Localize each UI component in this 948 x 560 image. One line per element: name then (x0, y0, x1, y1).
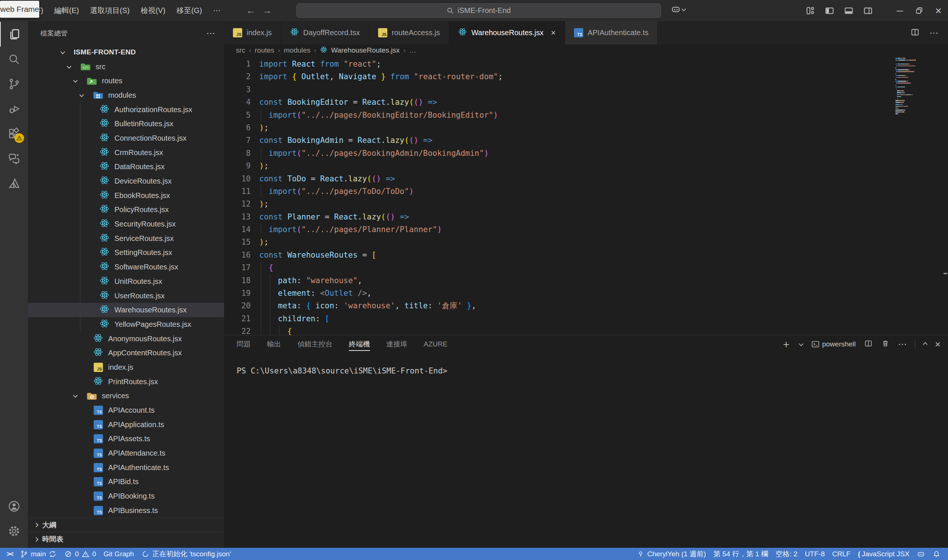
code-line-13[interactable]: 13const Planner = React.lazy(() => (224, 211, 948, 223)
status-item-main[interactable]: main (16, 548, 60, 560)
accounts-icon[interactable] (0, 494, 28, 518)
settings-gear-icon[interactable] (0, 518, 28, 543)
code-line-17[interactable]: 17 { (224, 261, 948, 274)
terminal[interactable]: PS C:\Users\a8348\source\iSME\iSME-Front… (224, 353, 948, 375)
tree-file-APIAttendance.ts[interactable]: TSAPIAttendance.ts (28, 446, 224, 460)
tree-file-WarehouseRoutes.jsx[interactable]: WarehouseRoutes.jsx (28, 303, 224, 317)
status-item-UTF-8[interactable]: UTF-8 (801, 548, 828, 560)
tree-file-AuthorizationRoutes.jsx[interactable]: AuthorizationRoutes.jsx (28, 103, 224, 117)
copilot-menu[interactable] (671, 5, 686, 14)
menu-item[interactable]: 移至(G) (171, 0, 208, 21)
tree-file-ServiceRoutes.jsx[interactable]: ServiceRoutes.jsx (28, 231, 224, 246)
azure-icon[interactable] (0, 171, 28, 195)
panel-tab-輸出[interactable]: 輸出 (267, 335, 281, 353)
panel-tab-終端機[interactable]: 終端機 (349, 335, 370, 353)
tree-file-CrmRoutes.jsx[interactable]: CrmRoutes.jsx (28, 145, 224, 160)
tree-file-UserRoutes.jsx[interactable]: UserRoutes.jsx (28, 289, 224, 303)
code-line-19[interactable]: 19 element: <Outlet />, (224, 287, 948, 299)
run-debug-icon[interactable] (0, 96, 28, 121)
tree-file-PrintRoutes.jsx[interactable]: PrintRoutes.jsx (28, 375, 224, 389)
code-line-21[interactable]: 21 children: [ (224, 312, 948, 325)
terminal-profile-chevron-icon[interactable] (799, 341, 803, 346)
explorer-icon[interactable] (0, 22, 28, 47)
code-line-9[interactable]: 9); (224, 160, 948, 172)
tree-file-EbookRoutes.jsx[interactable]: EbookRoutes.jsx (28, 188, 224, 203)
status-item-CRLF[interactable]: CRLF (828, 548, 854, 560)
tree-file-APIBooking.ts[interactable]: TSAPIBooking.ts (28, 489, 224, 503)
tree-file-APIBid.ts[interactable]: TSAPIBid.ts (28, 475, 224, 489)
tree-folder-services[interactable]: services (28, 389, 224, 403)
tree-file-index.js[interactable]: JSindex.js (28, 360, 224, 375)
code-line-15[interactable]: 15); (224, 236, 948, 248)
toggle-secondary-sidebar-icon[interactable] (859, 0, 878, 21)
restore-button[interactable] (909, 0, 929, 21)
tree-folder-ISME-FRONT-END[interactable]: ISME-FRONT-END (28, 45, 224, 60)
split-editor-icon[interactable] (910, 28, 920, 38)
status-item-第 54 行，第 1 欄[interactable]: 第 54 行，第 1 欄 (709, 548, 772, 560)
code-line-2[interactable]: 2import { Outlet, Navigate } from "react… (224, 70, 948, 83)
status-item-正在初始化 'tsconfig.json'[interactable]: 正在初始化 'tsconfig.json' (138, 548, 235, 560)
status-item-CherylYeh (1 週前)[interactable]: CherylYeh (1 週前) (633, 548, 710, 560)
code-line-10[interactable]: 10const ToDo = React.lazy(() => (224, 172, 948, 185)
tree-file-ConnectionRoutes.jsx[interactable]: ConnectionRoutes.jsx (28, 131, 224, 145)
source-control-icon[interactable] (0, 71, 28, 96)
code-line-3[interactable]: 3 (224, 83, 948, 96)
minimap[interactable] (896, 58, 925, 115)
sidebar-section-大綱[interactable]: 大綱 (28, 518, 224, 532)
panel-tab-AZURE[interactable]: AZURE (424, 335, 447, 353)
breadcrumb-item[interactable]: src (236, 46, 245, 54)
nav-forward-icon[interactable]: → (261, 5, 273, 16)
tree-file-UnitRoutes.jsx[interactable]: UnitRoutes.jsx (28, 274, 224, 289)
panel-tab-連接埠[interactable]: 連接埠 (386, 335, 407, 353)
tree-file-APIBusiness.ts[interactable]: TSAPIBusiness.ts (28, 503, 224, 518)
status-item-bell[interactable] (929, 548, 944, 560)
tree-file-BulletinRoutes.jsx[interactable]: BulletinRoutes.jsx (28, 117, 224, 131)
tab-close-icon[interactable]: × (551, 28, 556, 38)
status-item-copilot[interactable] (913, 548, 929, 560)
chat-icon[interactable] (0, 146, 28, 171)
code-line-1[interactable]: 1import React from "react"; (224, 58, 948, 70)
menu-item[interactable]: ⋯ (207, 0, 226, 21)
tree-file-SettingRoutes.jsx[interactable]: SettingRoutes.jsx (28, 246, 224, 260)
toggle-sidebar-icon[interactable] (820, 0, 839, 21)
code-line-22[interactable]: 22 { (224, 325, 948, 335)
more-actions-icon[interactable]: ⋯ (930, 28, 938, 38)
explorer-more-actions-icon[interactable]: ⋯ (206, 28, 215, 38)
tab-index.js[interactable]: JSindex.js (224, 21, 281, 45)
tab-routeAccess.js[interactable]: JSrouteAccess.js (369, 21, 449, 45)
breadcrumb[interactable]: src›routes›modules›WarehouseRoutes.jsx›… (224, 45, 948, 56)
code-line-8[interactable]: 8 import("../../pages/BookingAdmin/Booki… (224, 147, 948, 160)
tree-file-DataRoutes.jsx[interactable]: DataRoutes.jsx (28, 160, 224, 174)
code-line-5[interactable]: 5 import("../../pages/BookingEditor/Book… (224, 109, 948, 122)
code-editor[interactable]: 1import React from "react";2import { Out… (224, 56, 948, 335)
code-line-11[interactable]: 11 import("../../pages/ToDo/ToDo") (224, 185, 948, 198)
breadcrumb-item[interactable]: routes (255, 46, 274, 54)
breadcrumb-file[interactable]: WarehouseRoutes.jsx (331, 46, 399, 54)
kill-terminal-icon[interactable] (881, 339, 890, 349)
command-center-search[interactable]: iSME-Front-End (296, 3, 661, 18)
tree-file-AnonymousRoutes.jsx[interactable]: AnonymousRoutes.jsx (28, 332, 224, 346)
terminal-shell-item[interactable]: powershell (811, 340, 856, 349)
tab-DayoffRecord.tsx[interactable]: DayoffRecord.tsx (281, 21, 369, 45)
panel-tab-問題[interactable]: 問題 (237, 335, 251, 353)
nav-back-icon[interactable]: ← (245, 5, 256, 16)
tree-file-APIAuthenticate.ts[interactable]: TSAPIAuthenticate.ts (28, 460, 224, 475)
maximize-panel-icon[interactable] (923, 342, 928, 347)
search-sidebar-icon[interactable] (0, 47, 28, 71)
tree-file-PolicyRoutes.jsx[interactable]: PolicyRoutes.jsx (28, 203, 224, 217)
status-item-remote[interactable]: >< (3, 548, 16, 560)
tree-folder-routes[interactable]: routes (28, 74, 224, 88)
tree-file-SoftwareRoutes.jsx[interactable]: SoftwareRoutes.jsx (28, 260, 224, 274)
panel-tab-偵錯主控台[interactable]: 偵錯主控台 (298, 335, 333, 353)
minimize-button[interactable]: ─ (890, 0, 909, 21)
tree-file-YellowPagesRoutes.jsx[interactable]: YellowPagesRoutes.jsx (28, 317, 224, 332)
split-terminal-icon[interactable] (864, 339, 873, 349)
tab-APIAuthenticate.ts[interactable]: TSAPIAuthenticate.ts (565, 21, 658, 45)
code-line-16[interactable]: 16const WarehouseRoutes = [ (224, 249, 948, 261)
code-line-7[interactable]: 7const BookingAdmin = React.lazy(() => (224, 134, 948, 146)
menu-item[interactable]: 檢視(V) (135, 0, 171, 21)
panel-more-actions-icon[interactable]: ⋯ (898, 339, 907, 349)
tree-file-APIApplication.ts[interactable]: TSAPIApplication.ts (28, 417, 224, 432)
tab-WarehouseRoutes.jsx[interactable]: WarehouseRoutes.jsx× (449, 21, 565, 45)
close-panel-icon[interactable]: × (935, 338, 940, 350)
